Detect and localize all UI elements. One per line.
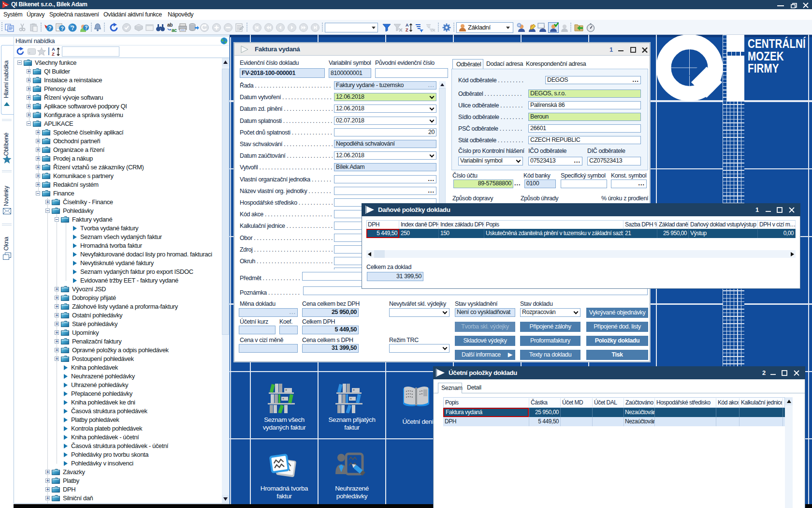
svg-text:?: ? [85, 25, 87, 30]
svg-text:Z: Z [406, 28, 408, 32]
svg-text:ab: ab [167, 22, 173, 28]
svg-text:ac: ac [172, 28, 177, 33]
svg-text:?: ? [71, 25, 74, 31]
svg-text:Z: Z [52, 51, 55, 57]
svg-text:?: ? [60, 26, 63, 31]
svg-text:A: A [406, 23, 409, 28]
svg-text:?: ? [48, 25, 52, 31]
